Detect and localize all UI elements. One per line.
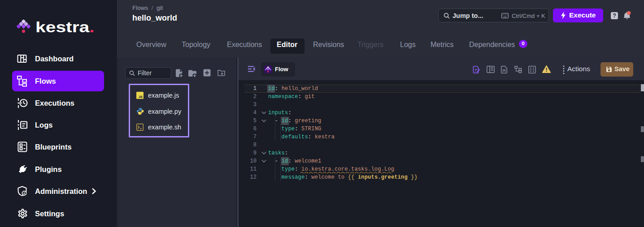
svg-text:JS: JS xyxy=(138,95,143,99)
